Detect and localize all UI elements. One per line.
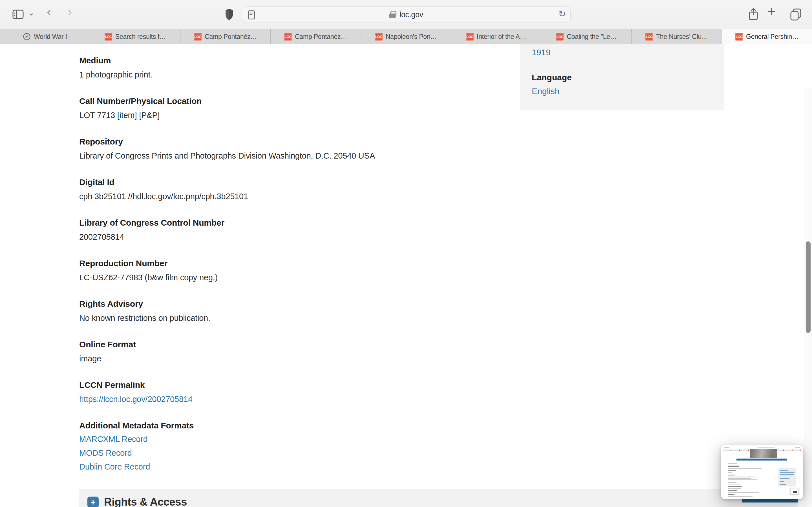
field-online-format: Online Format image <box>79 340 502 349</box>
field-label: Additional Metadata Formats <box>79 421 502 431</box>
field-label: Medium <box>79 56 502 65</box>
mods-record-link[interactable]: MODS Record <box>79 449 150 457</box>
safari-compass-icon <box>23 33 31 41</box>
field-value: 2002705814 <box>79 232 124 242</box>
field-label: Repository <box>79 137 502 147</box>
back-button[interactable]: ‹ <box>47 5 51 18</box>
tab-coaling-the-le[interactable]: LOC Coaling the "Le… <box>541 29 631 44</box>
loc-favicon: LOC <box>375 33 383 41</box>
scrollbar-track[interactable] <box>804 89 812 507</box>
tab-label: Coaling the "Le… <box>567 33 616 41</box>
mini-photo <box>750 449 777 458</box>
field-call-number: Call Number/Physical Location LOT 7713 [… <box>79 96 502 106</box>
loc-favicon: LOC <box>284 33 292 41</box>
field-value: No known restrictions on publication. <box>79 314 210 323</box>
tab-nurses-club[interactable]: LOC The Nurses' Clu… <box>631 29 722 44</box>
field-rights-advisory: Rights Advisory No known restrictions on… <box>79 299 502 309</box>
tab-bar: World War I LOC Search results f… LOC Ca… <box>0 29 812 44</box>
url-text[interactable]: loc.gov <box>400 10 423 19</box>
sidebar-toggle-icon[interactable] <box>12 9 24 19</box>
field-additional-metadata: Additional Metadata Formats MARCXML Reco… <box>79 421 502 431</box>
dublin-core-record-link[interactable]: Dublin Core Record <box>79 463 150 471</box>
tab-label: Camp Pontanèz… <box>205 33 257 41</box>
reader-icon[interactable] <box>248 10 255 19</box>
field-value: Library of Congress Prints and Photograp… <box>79 151 375 161</box>
tab-general-pershing-active[interactable]: LOC General Pershin… <box>722 29 812 44</box>
field-label: LCCN Permalink <box>79 380 502 390</box>
expand-plus-icon[interactable]: + <box>87 497 99 507</box>
field-lccn-permalink: LCCN Permalink https://lccn.loc.gov/2002… <box>79 380 502 390</box>
dates-1919-link[interactable]: 1919 <box>532 48 551 57</box>
field-reproduction-number: Reproduction Number LC-USZ62-77983 (b&w … <box>79 259 502 268</box>
lccn-permalink-link[interactable]: https://lccn.loc.gov/2002705814 <box>79 395 193 404</box>
sidebar-chevron-down-icon[interactable]: ⌄ <box>28 6 35 19</box>
tab-label: Search results f… <box>115 33 166 41</box>
field-value: LC-USZ62-77983 (b&w film copy neg.) <box>79 273 218 282</box>
screenshot-preview-thumbnail[interactable] <box>721 445 803 499</box>
tab-interior-of-the-a[interactable]: LOC Interior of the A… <box>451 29 541 44</box>
marcxml-record-link[interactable]: MARCXML Record <box>79 435 150 443</box>
tab-napoleons-pon[interactable]: LOC Napoleon's Pon… <box>361 29 451 44</box>
mini-recursive-thumbnail <box>790 488 799 494</box>
rights-access-title: Rights & Access <box>104 496 187 507</box>
field-medium: Medium 1 photographic print. <box>79 56 502 65</box>
language-english-link[interactable]: English <box>532 87 559 96</box>
reload-button[interactable]: ↻ <box>558 8 566 19</box>
tab-overview-icon[interactable] <box>790 8 802 21</box>
loc-favicon: LOC <box>645 33 653 41</box>
loc-favicon: LOC <box>194 33 202 41</box>
forward-button[interactable]: › <box>68 5 72 18</box>
field-label: Reproduction Number <box>79 259 502 268</box>
field-label: Library of Congress Control Number <box>79 218 502 228</box>
field-repository: Repository Library of Congress Prints an… <box>79 137 502 147</box>
tab-world-war-i[interactable]: World War I <box>0 29 90 44</box>
field-value: 1 photographic print. <box>79 70 153 79</box>
tab-camp-pontanezen-1[interactable]: LOC Camp Pontanèz… <box>181 29 271 44</box>
new-tab-button[interactable]: + <box>767 5 776 18</box>
tab-search-results[interactable]: LOC Search results f… <box>90 29 181 44</box>
scrollbar-thumb[interactable] <box>806 241 811 333</box>
share-icon[interactable] <box>748 7 759 21</box>
page-content: 1919 Language English Medium 1 photograp… <box>0 44 812 507</box>
field-value: cph 3b25101 //hdl.loc.gov/loc.pnp/cph.3b… <box>79 192 248 201</box>
field-digital-id: Digital Id cph 3b25101 //hdl.loc.gov/loc… <box>79 177 502 187</box>
field-label: Rights Advisory <box>79 299 502 309</box>
item-facets-sidebar: 1919 Language English <box>520 44 724 110</box>
tab-label: Interior of the A… <box>477 33 526 41</box>
field-label: Digital Id <box>79 177 502 187</box>
toolbar-divider <box>26 8 26 21</box>
tab-label: General Pershin… <box>746 33 799 41</box>
field-label: Call Number/Physical Location <box>79 96 502 106</box>
browser-toolbar: ⌄ ‹ › loc.gov ↻ + <box>0 0 812 29</box>
tab-label: Napoleon's Pon… <box>386 33 437 41</box>
loc-favicon: LOC <box>556 33 564 41</box>
address-bar[interactable]: loc.gov ↻ <box>242 6 571 23</box>
field-value: image <box>79 354 101 363</box>
language-heading: Language <box>532 73 572 82</box>
tab-label: World War I <box>34 33 67 41</box>
loc-favicon: LOC <box>735 33 743 41</box>
tab-camp-pontanezen-2[interactable]: LOC Camp Pontanèz… <box>271 29 361 44</box>
loc-favicon: LOC <box>466 33 474 41</box>
loc-favicon: LOC <box>105 33 112 41</box>
tab-label: The Nurses' Clu… <box>656 33 708 41</box>
privacy-shield-icon[interactable] <box>225 8 234 20</box>
field-value: LOT 7713 [item] [P&P] <box>79 111 160 120</box>
https-lock-icon <box>389 13 396 18</box>
field-label: Online Format <box>79 340 502 349</box>
rights-access-section: + Rights & Access <box>79 489 798 507</box>
field-lccn: Library of Congress Control Number 20027… <box>79 218 502 228</box>
tab-label: Camp Pontanèz… <box>295 33 347 41</box>
